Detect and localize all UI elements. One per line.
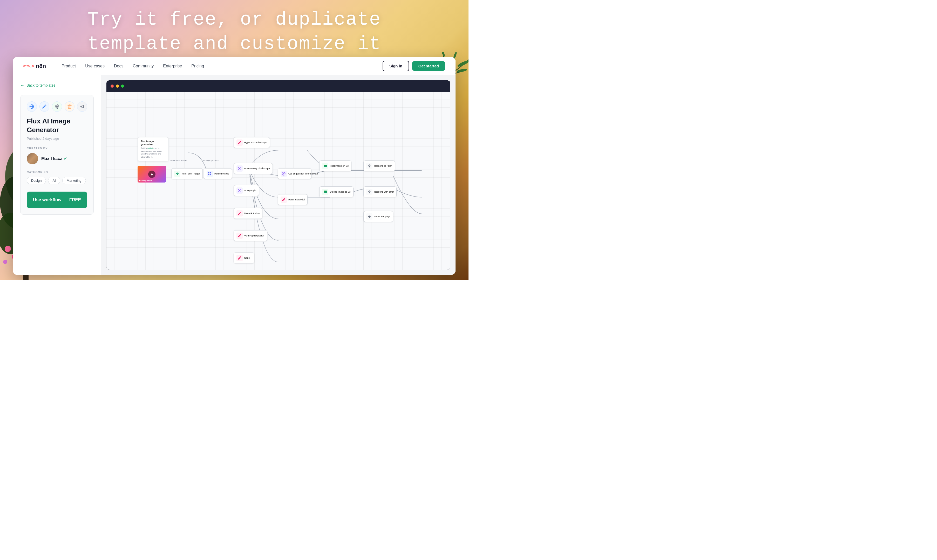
hyper-surreal-node[interactable]: Hyper Surreal Escape xyxy=(234,137,270,148)
nav-pricing[interactable]: Pricing xyxy=(191,64,204,68)
window-minimize-dot xyxy=(116,85,119,88)
logo[interactable]: n8n xyxy=(23,63,46,69)
run-flux-icon xyxy=(282,198,286,202)
icon-more: +3 xyxy=(77,102,87,112)
style-prompts-label: Set style prompts xyxy=(202,159,223,162)
creator-name: Max Tkacz ✓ xyxy=(41,156,67,161)
use-workflow-button[interactable]: Use workflow FREE xyxy=(27,192,87,208)
browser-toolbar xyxy=(107,80,450,92)
svg-point-44 xyxy=(239,168,240,169)
nav-actions: Sign in Get started xyxy=(383,61,445,71)
route-icon xyxy=(208,172,212,176)
svg-point-36 xyxy=(57,107,58,109)
upload-s3-icon xyxy=(323,190,327,194)
hero-title: Try it free, or duplicate template and c… xyxy=(0,8,468,56)
created-by-label: CREATED BY xyxy=(27,147,87,150)
call-suggestion-label: Call suggestion inference api xyxy=(289,172,318,175)
respond-error-label: Respond with error xyxy=(374,191,394,193)
workflow-icons-row: +3 xyxy=(27,102,87,112)
neon-icon xyxy=(238,211,242,215)
analog-label: Post-Analog Glitchscape xyxy=(244,167,270,170)
category-marketing[interactable]: Marketing xyxy=(62,177,86,184)
run-flux-label: Run Flux Model xyxy=(289,198,305,201)
call-suggestion-node[interactable]: Call suggestion inference api xyxy=(278,168,312,179)
form-trigger-node[interactable]: n8n Form Trigger xyxy=(171,168,203,179)
workflow-title: Flux AI Image Generator xyxy=(27,117,87,135)
ai-dystopia-node[interactable]: AI Dystopia xyxy=(234,185,259,196)
nav-links: Product Use cases Docs Community Enterpr… xyxy=(62,64,383,68)
main-card: n8n Product Use cases Docs Community Ent… xyxy=(13,57,455,275)
call-icon xyxy=(282,172,286,176)
free-badge: FREE xyxy=(69,197,81,203)
serve-webpage-label: Serve webpage xyxy=(374,215,391,218)
window-close-dot xyxy=(111,85,114,88)
icon-globe xyxy=(27,102,37,112)
workflow-published: Published 2 days ago xyxy=(27,137,87,140)
use-workflow-label: Use workflow xyxy=(33,197,62,203)
category-ai[interactable]: AI xyxy=(48,177,60,184)
play-button-icon[interactable]: ▶ xyxy=(148,171,156,178)
nav-docs[interactable]: Docs xyxy=(114,64,123,68)
back-arrow-icon: ← xyxy=(20,83,25,88)
hyper-icon xyxy=(238,140,242,145)
signin-button[interactable]: Sign in xyxy=(383,61,409,71)
none-node[interactable]: None xyxy=(234,252,255,263)
icon-pencil xyxy=(39,102,49,112)
nav-community[interactable]: Community xyxy=(133,64,154,68)
route-label: Route by style xyxy=(215,172,229,175)
svg-point-9 xyxy=(3,260,7,264)
none-label: None xyxy=(244,257,250,259)
workflow-card: +3 Flux AI Image Generator Published 2 d… xyxy=(20,95,94,215)
svg-rect-39 xyxy=(208,172,210,174)
host-s3-label: Host Image on S3 xyxy=(330,165,349,167)
pencil-icon xyxy=(42,104,47,109)
form-trigger-label: n8n Form Trigger xyxy=(182,172,200,175)
get-started-button[interactable]: Get started xyxy=(412,61,445,71)
back-to-templates-link[interactable]: ← Back to templates xyxy=(20,83,94,88)
info-card-text: Built by n8n.io, as an open-source use c… xyxy=(141,147,165,158)
svg-rect-41 xyxy=(208,174,210,175)
nav-use-cases[interactable]: Use cases xyxy=(85,64,105,68)
svg-rect-40 xyxy=(210,172,211,174)
analog-icon xyxy=(238,166,242,171)
analog-glitch-node[interactable]: Post-Analog Glitchscape xyxy=(234,163,273,174)
svg-point-26 xyxy=(28,66,29,67)
void-pop-label: Void Pop Explosion xyxy=(244,234,264,237)
svg-point-35 xyxy=(56,106,57,107)
creator-row: Max Tkacz ✓ xyxy=(27,153,87,165)
respond-error-icon xyxy=(367,190,371,194)
form-trigger-icon xyxy=(175,172,179,176)
window-maximize-dot xyxy=(121,85,124,88)
hero-section: Try it free, or duplicate template and c… xyxy=(0,8,468,56)
svg-point-34 xyxy=(57,105,59,106)
respond-form-node[interactable]: Respond to Form xyxy=(363,160,395,171)
categories-label: CATEGORIES xyxy=(27,171,87,174)
workflow-thumbnail[interactable]: ▶ ▶ Set up video xyxy=(137,166,166,183)
serve-webpage-node[interactable]: Serve webpage xyxy=(363,211,393,222)
run-flux-node[interactable]: Run Flux Model xyxy=(278,194,307,205)
svg-point-16 xyxy=(457,59,468,68)
category-design[interactable]: Design xyxy=(27,177,46,184)
respond-error-node[interactable]: Respond with error xyxy=(363,186,397,197)
host-s3-node[interactable]: Host Image on S3 xyxy=(319,160,352,171)
neon-futurism-node[interactable]: Neon Futurism xyxy=(234,208,262,219)
sidebar: ← Back to templates xyxy=(13,75,101,275)
ai-dystopia-icon xyxy=(238,188,242,192)
nav-enterprise[interactable]: Enterprise xyxy=(163,64,182,68)
svg-rect-51 xyxy=(324,191,327,191)
void-pop-node[interactable]: Void Pop Explosion xyxy=(234,230,267,241)
none-icon xyxy=(238,256,242,260)
workflow-canvas[interactable]: flux image generator Built by n8n.io, as… xyxy=(107,92,450,270)
route-node[interactable]: Route by style xyxy=(204,168,232,179)
upload-s3-node[interactable]: Upload Image to S3 xyxy=(319,186,353,197)
upload-s3-label: Upload Image to S3 xyxy=(330,191,350,193)
workflow-info-card: flux image generator Built by n8n.io, as… xyxy=(137,137,169,161)
svg-marker-53 xyxy=(368,190,371,194)
preview-area: flux image generator Built by n8n.io, as… xyxy=(101,75,455,275)
svg-marker-38 xyxy=(176,172,179,175)
nav-product[interactable]: Product xyxy=(62,64,76,68)
trash-icon xyxy=(67,104,72,109)
n8n-logo-icon xyxy=(23,63,34,69)
neon-label: Neon Futurism xyxy=(244,212,259,215)
svg-rect-42 xyxy=(210,174,211,175)
